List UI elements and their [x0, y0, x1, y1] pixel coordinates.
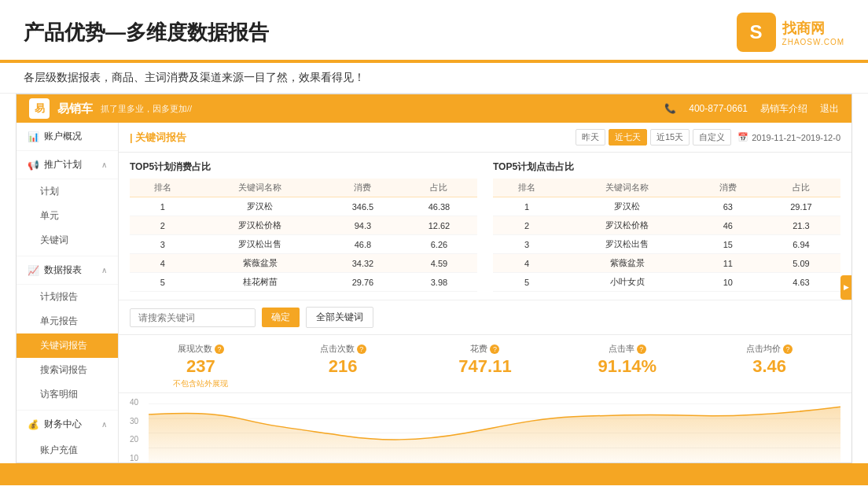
- sidebar-item-unit[interactable]: 单元: [17, 204, 118, 228]
- phone-icon: 📞: [664, 103, 676, 114]
- ctr-value: 91.14%: [556, 356, 698, 377]
- report-header: | 关键词报告 昨天 近七天 近15天 自定义 📅 2019-11-21~201…: [119, 123, 851, 153]
- intro-link[interactable]: 易销车介绍: [760, 102, 807, 116]
- date-tab-7days[interactable]: 近七天: [609, 129, 647, 146]
- top5-clicks-title: TOP5计划点击占比: [493, 160, 840, 174]
- promo-icon: 📢: [28, 160, 39, 171]
- finance-arrow: ∧: [101, 420, 107, 429]
- stat-cost: 花费 ? 747.11: [414, 343, 557, 377]
- impressions-label: 展现次数: [178, 343, 212, 355]
- impressions-q-icon: ?: [215, 344, 224, 354]
- col-rank2: 排名: [493, 179, 561, 197]
- sidebar-item-search-report[interactable]: 搜索词报告: [17, 358, 118, 382]
- subtitle: 各层级数据报表，商品、主词消费及渠道来源一目了然，效果看得见！: [0, 63, 868, 94]
- sidebar-section-account[interactable]: 📊 账户概况: [17, 123, 118, 151]
- cpc-value: 3.46: [698, 356, 840, 377]
- report-title: | 关键词报告: [130, 131, 186, 145]
- chart-area: 40 30 20 10: [119, 393, 851, 462]
- table-row: 4紫薇盆景34.324.59: [130, 254, 477, 273]
- sidebar-section-promo[interactable]: 📢 推广计划 ∧: [17, 151, 118, 179]
- cost-value: 747.11: [414, 356, 557, 377]
- cost-label: 花费: [470, 343, 487, 355]
- account-icon: 📊: [28, 131, 39, 142]
- stat-ctr: 点击率 ? 91.14%: [556, 343, 698, 377]
- data-arrow: ∧: [101, 266, 107, 274]
- table-row: 5小叶女贞104.63: [493, 273, 840, 292]
- table-row: 1罗汉松6329.17: [493, 197, 840, 216]
- sidebar-item-visitor[interactable]: 访客明细: [17, 382, 118, 407]
- search-input[interactable]: [130, 308, 256, 327]
- logo-icon: S: [737, 13, 776, 52]
- y-label-30: 30: [130, 417, 145, 426]
- y-label-40: 40: [130, 398, 145, 407]
- date-range: 2019-11-21~2019-12-0: [752, 133, 840, 142]
- phone-number: 400-877-0661: [689, 103, 748, 114]
- date-tab-custom[interactable]: 自定义: [693, 129, 731, 146]
- clicks-value: 216: [272, 356, 414, 377]
- date-tab-15days[interactable]: 近15天: [650, 129, 690, 146]
- data-icon: 📈: [28, 265, 39, 276]
- sidebar-item-unit-report[interactable]: 单元报告: [17, 309, 118, 333]
- account-label: 账户概况: [44, 130, 82, 143]
- app-brand-name: 易销车: [57, 101, 93, 116]
- stats-row: 展现次数 ? 237 不包含站外展现 点击次数 ? 216 花费: [119, 335, 851, 393]
- finance-label: 财务中心: [44, 418, 82, 431]
- top5-consumption: TOP5计划消费占比 排名 关键词名称 消费 占比 1罗汉松346.546.38…: [130, 160, 477, 292]
- ctr-label: 点击率: [609, 343, 634, 355]
- finance-icon: 💰: [28, 419, 39, 430]
- table-row: 5桂花树苗29.763.98: [130, 273, 477, 292]
- col-keyword2: 关键词名称: [561, 179, 694, 197]
- stat-clicks: 点击次数 ? 216: [272, 343, 414, 377]
- cpc-q-icon: ?: [783, 344, 793, 354]
- clicks-q-icon: ?: [357, 344, 366, 354]
- impressions-value: 237: [130, 356, 272, 377]
- col-rank1: 排名: [130, 179, 195, 197]
- col-keyword1: 关键词名称: [195, 179, 324, 197]
- app-brand-icon: 易: [29, 98, 50, 119]
- sidebar-item-recharge[interactable]: 账户充值: [17, 438, 118, 462]
- data-label: 数据报表: [44, 263, 82, 277]
- promo-label: 推广计划: [44, 158, 82, 171]
- col-ratio1: 占比: [401, 179, 477, 197]
- y-label-20: 20: [130, 435, 145, 444]
- table-row: 3罗汉松出售46.86.26: [130, 235, 477, 254]
- clicks-label: 点击次数: [320, 343, 355, 355]
- sidebar-item-plan-report[interactable]: 计划报告: [17, 285, 118, 309]
- impressions-note: 不包含站外展现: [130, 378, 272, 389]
- right-side-tab[interactable]: ▶: [840, 275, 851, 300]
- logo-area: S 找商网 ZHAOSW.COM: [737, 13, 844, 52]
- page-title: 产品优势—多维度数据报告: [24, 19, 269, 46]
- sidebar-item-keyword-report[interactable]: 关键词报告: [17, 333, 118, 358]
- logout-link[interactable]: 退出: [820, 102, 839, 116]
- sidebar: 📊 账户概况 📢 推广计划 ∧ 计划 单元 关键词 📈 数据报表 ∧ 计划报告 …: [17, 123, 119, 462]
- sidebar-item-plan[interactable]: 计划: [17, 179, 118, 204]
- search-bar: 确定 全部关键词: [119, 300, 851, 335]
- sidebar-section-data[interactable]: 📈 数据报表 ∧: [17, 256, 118, 285]
- sidebar-item-keyword[interactable]: 关键词: [17, 228, 118, 252]
- table-row: 2罗汉松价格4621.3: [493, 216, 840, 235]
- cost-q-icon: ?: [490, 344, 499, 354]
- ctr-q-icon: ?: [637, 344, 646, 354]
- logo-sub: ZHAOSW.COM: [782, 38, 844, 46]
- logo-name: 找商网: [782, 19, 844, 38]
- y-label-10: 10: [130, 454, 145, 462]
- date-tabs: 昨天 近七天 近15天 自定义 📅 2019-11-21~2019-12-0: [576, 129, 840, 146]
- all-keywords-button[interactable]: 全部关键词: [306, 307, 373, 328]
- calendar-icon: 📅: [737, 132, 748, 142]
- app-topbar: 易 易销车 抓了里多业，因多更加// 📞 400-877-0661 易销车介绍 …: [17, 94, 851, 123]
- date-tab-yesterday[interactable]: 昨天: [576, 129, 605, 146]
- top5-consumption-title: TOP5计划消费占比: [130, 160, 477, 174]
- confirm-button[interactable]: 确定: [262, 308, 300, 327]
- app-slogan: 抓了里多业，因多更加//: [101, 103, 192, 115]
- table-row: 4紫薇盆景115.09: [493, 254, 840, 273]
- table-row: 1罗汉松346.546.38: [130, 197, 477, 216]
- sidebar-section-finance[interactable]: 💰 财务中心 ∧: [17, 410, 118, 438]
- col-ratio2: 占比: [762, 179, 840, 197]
- top5-clicks: TOP5计划点击占比 排名 关键词名称 消费 占比 1罗汉松6329.172罗汉…: [493, 160, 840, 292]
- footer: [0, 463, 868, 485]
- promo-arrow: ∧: [101, 160, 107, 169]
- table-row: 3罗汉松出售156.94: [493, 235, 840, 254]
- top5-area: TOP5计划消费占比 排名 关键词名称 消费 占比 1罗汉松346.546.38…: [119, 153, 851, 300]
- col-cost2: 消费: [694, 179, 762, 197]
- table-row: 2罗汉松价格94.312.62: [130, 216, 477, 235]
